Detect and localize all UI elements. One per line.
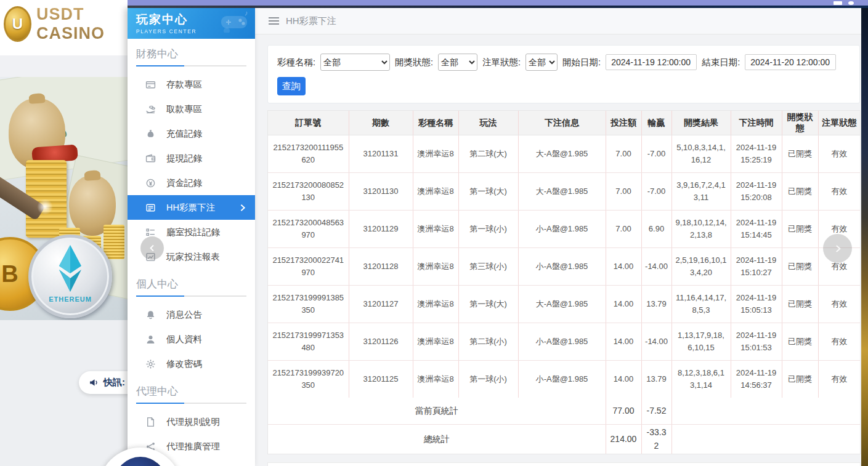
sidebar-item-agent-rules[interactable]: 代理規則說明 xyxy=(128,409,255,434)
column-header: 彩種名稱 xyxy=(413,111,458,135)
sidebar-item-withdraw-zone[interactable]: 取款專區 xyxy=(128,97,255,121)
table-cell: 有效 xyxy=(818,323,860,361)
column-header: 投注額 xyxy=(606,111,641,135)
table-row: 215217320002274197031201128澳洲幸运8第三球(小)小-… xyxy=(268,248,860,286)
table-cell: 2152173199939720350 xyxy=(268,361,349,398)
end-date-input[interactable] xyxy=(745,54,836,70)
money-bag-icon xyxy=(145,129,156,139)
sidebar-item-label: 修改密碼 xyxy=(166,358,202,370)
table-cell: -14.00 xyxy=(641,323,671,361)
table-cell: 澳洲幸运8 xyxy=(413,135,458,173)
sidebar-item-withdrawal-records[interactable]: 提現記錄 xyxy=(128,146,255,171)
menu-toggle-icon[interactable] xyxy=(269,17,279,25)
table-cell: 2152173200111955620 xyxy=(268,135,349,173)
section-title-personal-center: 個人中心 xyxy=(136,277,246,291)
sidebar-item-label: 取款專區 xyxy=(166,103,202,115)
table-cell: 已開獎 xyxy=(782,135,818,173)
sidebar-header: 玩家中心 PLAYERS CENTER xyxy=(128,8,255,39)
table-cell: 已開獎 xyxy=(782,286,818,323)
column-header: 下注時間 xyxy=(731,111,782,135)
sidebar-item-recharge-records[interactable]: 充值記錄 xyxy=(128,121,255,146)
table-cell: 31201131 xyxy=(349,135,413,173)
table-cell: 2024-11-19 14:56:37 xyxy=(731,361,782,398)
table-cell: 第二球(大) xyxy=(458,135,518,173)
sidebar-item-label: 充值記錄 xyxy=(166,128,202,140)
page-top-border xyxy=(128,6,868,8)
column-header: 注單狀態 xyxy=(818,111,860,135)
ethereum-coin: ETHEREUM xyxy=(28,235,112,318)
background-right-strip xyxy=(861,6,868,466)
table-cell: 31201127 xyxy=(349,286,413,323)
table-cell: 澳洲幸运8 xyxy=(413,323,458,361)
sidebar-item-change-password[interactable]: 修改密碼 xyxy=(128,352,255,376)
table-cell: 31201125 xyxy=(349,361,413,398)
sidebar-item-deposit-zone[interactable]: 存款專區 xyxy=(128,72,255,97)
search-button[interactable]: 查詢 xyxy=(277,77,306,95)
sidebar-item-announcements[interactable]: 消息公告 xyxy=(128,302,255,327)
table-cell: 2152173199991385350 xyxy=(268,286,349,323)
start-date-input[interactable] xyxy=(606,54,697,70)
table-cell: 澳洲幸运8 xyxy=(413,248,458,286)
section-underline xyxy=(136,295,246,297)
table-cell: 2024-11-19 15:25:19 xyxy=(731,135,782,173)
sidebar-item-profile[interactable]: 個人資料 xyxy=(128,327,255,352)
table-cell: 2152173200022741970 xyxy=(268,248,349,286)
sidebar-item-label: HH彩票下注 xyxy=(166,202,215,214)
draw-status-label: 開獎狀態: xyxy=(395,57,433,68)
page-title: HH彩票下注 xyxy=(286,15,336,27)
draw-status-select[interactable]: 全部 xyxy=(438,54,477,71)
summary-winloss: -7.52 xyxy=(641,398,671,425)
table-cell: 13.79 xyxy=(641,286,671,323)
summary-winloss: -33.32 xyxy=(641,425,671,454)
sidebar-item-label: 代理規則說明 xyxy=(166,416,220,428)
site-logo[interactable]: U USDT CASINO xyxy=(4,5,128,43)
site-background: U USDT CASINO KB 46279 B xyxy=(0,0,128,466)
table-cell: 澳洲幸运8 xyxy=(413,286,458,323)
table-cell: 31201130 xyxy=(349,173,413,211)
section-title-agent-center: 代理中心 xyxy=(136,384,246,398)
order-status-label: 注單狀態: xyxy=(482,57,521,68)
gamepad-icon xyxy=(218,10,250,33)
topbar: HH彩票下注 xyxy=(255,8,861,34)
table-row: 215217320011195562031201131澳洲幸运8第二球(大)大-… xyxy=(268,135,860,173)
lottery-name-select[interactable]: 全部 xyxy=(320,54,390,71)
column-header: 下注信息 xyxy=(518,111,606,135)
table-cell: 大-A盤@1.985 xyxy=(518,286,606,323)
sidebar-item-label: 存款專區 xyxy=(166,79,202,90)
gear-icon xyxy=(145,359,156,369)
table-cell: -7.00 xyxy=(641,135,671,173)
sidebar-item-funds-records[interactable]: 資金記錄 xyxy=(128,171,255,195)
sidebar-item-label: 個人資料 xyxy=(166,334,202,345)
table-cell: 小-A盤@1.985 xyxy=(518,323,606,361)
table-cell: 大-A盤@1.985 xyxy=(518,173,606,211)
table-cell: 第一球(大) xyxy=(458,286,518,323)
table-row: 215217319993972035031201125澳洲幸运8第一球(小)小-… xyxy=(268,361,860,398)
speaker-icon xyxy=(89,377,99,388)
table-cell: 小-A盤@1.985 xyxy=(518,211,606,248)
browser-icon xyxy=(834,1,842,5)
table-cell: 8,12,3,18,6,13,1,14 xyxy=(671,361,731,398)
table-cell: 2152173200048563970 xyxy=(268,211,349,248)
table-cell: 已開獎 xyxy=(782,173,818,211)
table-cell: 澳洲幸运8 xyxy=(413,211,458,248)
scroll-float-button[interactable] xyxy=(823,234,852,263)
table-cell: 2024-11-19 15:01:53 xyxy=(731,323,782,361)
document-icon xyxy=(145,417,156,427)
order-status-select[interactable]: 全部 xyxy=(525,54,558,71)
table-cell: 7.00 xyxy=(606,135,641,173)
table-cell: 有效 xyxy=(818,286,860,323)
table-cell: 2,5,19,16,10,13,4,20 xyxy=(671,248,731,286)
table-cell: 有效 xyxy=(818,173,860,211)
bell-icon xyxy=(145,310,156,320)
table-cell: 第三球(小) xyxy=(458,248,518,286)
summary-label: 總統計 xyxy=(268,425,606,454)
table-cell: 2024-11-19 15:10:27 xyxy=(731,248,782,286)
table-cell: 14.00 xyxy=(606,361,641,398)
table-cell: 小-A盤@1.985 xyxy=(518,248,606,286)
sidebar-item-hh-lottery-bets[interactable]: HH彩票下注 xyxy=(128,195,255,220)
table-cell: 14.00 xyxy=(606,248,641,286)
sidebar-collapse-button[interactable] xyxy=(140,236,164,260)
section-underline xyxy=(136,403,246,404)
sidebar-item-label: 廳室投註記錄 xyxy=(166,227,220,238)
table-row: 215217320008085213031201130澳洲幸运8第一球(大)大-… xyxy=(268,173,860,211)
